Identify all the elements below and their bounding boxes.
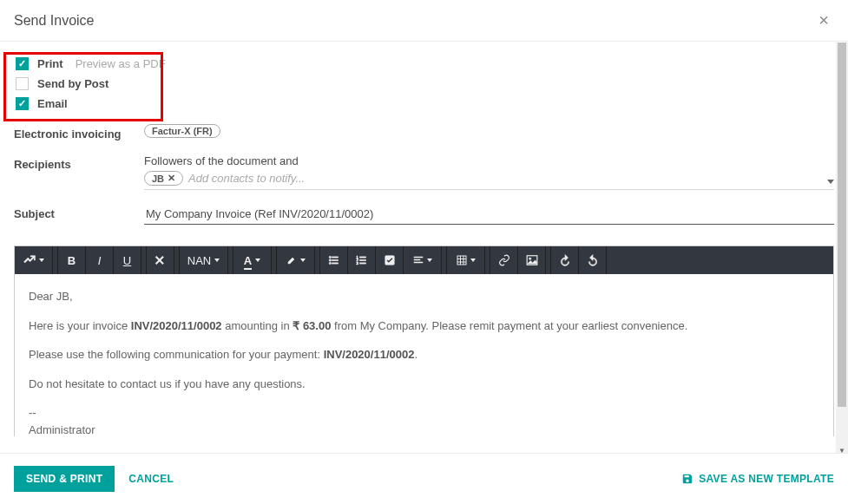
tb-highlight[interactable]: [277, 246, 315, 274]
svg-point-2: [329, 259, 331, 261]
tb-redo[interactable]: [579, 246, 607, 274]
svg-rect-16: [457, 256, 466, 265]
svg-rect-3: [332, 259, 338, 260]
body-sig-dash: --: [29, 404, 819, 422]
svg-rect-7: [359, 257, 365, 258]
post-label: Send by Post: [37, 77, 108, 90]
recipient-tag-text: JB: [152, 173, 164, 184]
scrollbar[interactable]: ▲ ▼: [836, 43, 848, 456]
recipients-input-row[interactable]: JB✕ Add contacts to notify...: [144, 171, 834, 190]
einvoice-label: Electronic invoicing: [14, 124, 144, 141]
svg-text:3: 3: [356, 261, 358, 265]
email-checkbox[interactable]: [16, 97, 29, 110]
body-line3: Do not hesitate to contact us if you hav…: [29, 376, 819, 393]
tb-italic[interactable]: I: [86, 246, 114, 274]
recipients-intro: Followers of the document and: [144, 154, 834, 167]
svg-rect-5: [332, 263, 338, 264]
save-template-button[interactable]: SAVE AS NEW TEMPLATE: [681, 473, 834, 485]
svg-point-22: [529, 258, 530, 259]
print-hint[interactable]: Preview as a PDF: [76, 57, 166, 70]
einvoice-tag[interactable]: Factur-X (FR): [144, 124, 220, 138]
editor-toolbar: B I U NAN A 123: [15, 246, 833, 274]
tb-undo[interactable]: [551, 246, 579, 274]
svg-rect-13: [414, 257, 423, 258]
save-template-label: SAVE AS NEW TEMPLATE: [699, 473, 834, 485]
recipient-tag-remove[interactable]: ✕: [168, 173, 175, 184]
subject-row: Subject: [14, 204, 834, 225]
subject-input[interactable]: [144, 204, 834, 225]
tb-underline[interactable]: U: [114, 246, 141, 274]
cancel-button[interactable]: CANCEL: [128, 473, 174, 485]
recipients-dropdown-caret[interactable]: [827, 180, 834, 184]
editor-body[interactable]: Dear JB, Here is your invoice INV/2020/1…: [15, 274, 833, 436]
send-print-button[interactable]: SEND & PRINT: [14, 466, 115, 492]
recipients-placeholder: Add contacts to notify...: [188, 172, 834, 185]
tb-font-size[interactable]: NAN: [180, 246, 228, 274]
body-sig-name: Administrator: [29, 422, 819, 437]
body-line2: Please use the following communication f…: [29, 346, 819, 363]
tb-image[interactable]: [518, 246, 546, 274]
svg-rect-9: [359, 259, 365, 260]
modal-title: Send Invoice: [14, 13, 95, 29]
modal-body: Print Preview as a PDF Send by Post Emai…: [0, 42, 848, 436]
recipients-label: Recipients: [14, 154, 144, 171]
tb-bold[interactable]: B: [58, 246, 86, 274]
svg-point-4: [329, 262, 331, 264]
recipient-tag[interactable]: JB✕: [144, 171, 183, 186]
option-print: Print Preview as a PDF: [14, 57, 834, 70]
body-greeting: Dear JB,: [29, 288, 819, 305]
tb-link[interactable]: [490, 246, 518, 274]
save-icon: [681, 473, 694, 485]
tb-align[interactable]: [404, 246, 442, 274]
einvoice-tag-text: Factur-X (FR): [152, 126, 213, 136]
post-checkbox[interactable]: [16, 77, 29, 90]
recipients-row: Recipients Followers of the document and…: [14, 154, 834, 190]
einvoice-row: Electronic invoicing Factur-X (FR): [14, 124, 834, 141]
body-line1: Here is your invoice INV/2020/11/0002 am…: [29, 317, 819, 335]
tb-ol[interactable]: 123: [348, 246, 376, 274]
tb-font-color[interactable]: A: [233, 246, 272, 274]
option-email: Email: [14, 97, 834, 110]
modal-footer: SEND & PRINT CANCEL SAVE AS NEW TEMPLATE: [0, 453, 848, 504]
tb-clear-format[interactable]: [147, 246, 174, 274]
svg-rect-15: [414, 262, 423, 263]
editor: B I U NAN A 123 Dear JB,: [14, 245, 834, 436]
print-label: Print: [37, 57, 63, 70]
option-post: Send by Post: [14, 77, 834, 90]
print-checkbox[interactable]: [16, 57, 29, 70]
tb-ul[interactable]: [320, 246, 348, 274]
subject-label: Subject: [14, 204, 144, 220]
svg-rect-1: [332, 257, 338, 258]
tb-checklist[interactable]: [376, 246, 404, 274]
modal-header: Send Invoice ×: [0, 0, 848, 42]
scroll-thumb[interactable]: [838, 43, 846, 407]
tb-table[interactable]: [447, 246, 485, 274]
tb-style[interactable]: [15, 246, 53, 274]
svg-rect-14: [414, 259, 420, 260]
svg-point-0: [329, 256, 331, 258]
close-button[interactable]: ×: [813, 10, 834, 30]
svg-rect-11: [359, 263, 365, 264]
email-label: Email: [37, 97, 68, 110]
